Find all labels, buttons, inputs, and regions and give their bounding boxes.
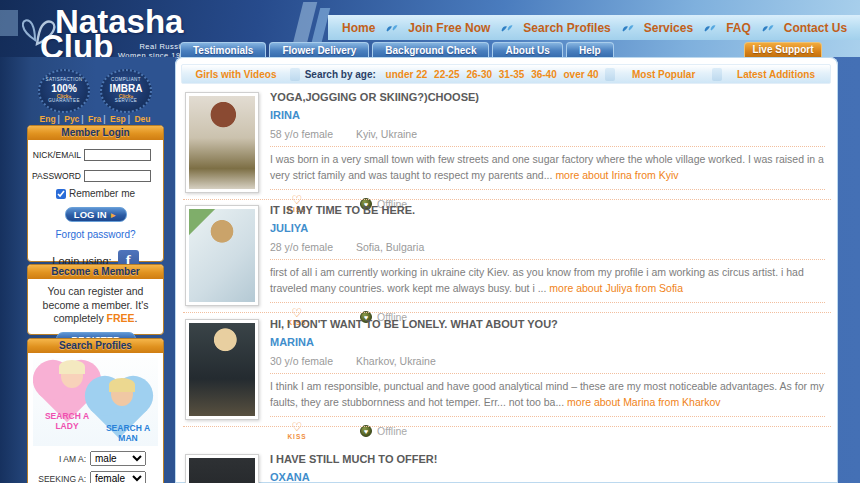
become-member-title: Become a Member xyxy=(28,265,163,279)
secondary-tab[interactable]: Background Check xyxy=(372,42,489,57)
kiss-button[interactable]: ♡ KISS xyxy=(282,421,312,441)
language-item: Рус| xyxy=(64,114,85,124)
dotted-divider xyxy=(270,373,825,374)
more-about-link[interactable]: more about Marina from Kharkov xyxy=(567,396,720,408)
profile-name-link[interactable]: JULIYA xyxy=(270,222,308,234)
secondary-tab[interactable]: Help xyxy=(566,42,614,57)
language-link[interactable]: Рус xyxy=(64,114,79,124)
profile-location: Kyiv, Ukraine xyxy=(356,128,417,140)
password-field[interactable] xyxy=(84,170,151,182)
arrow-icon: ► xyxy=(109,211,117,220)
profile-headline: YOGA,JOGGING OR SKIING?)CHOOSE) xyxy=(270,90,825,103)
dotted-divider xyxy=(270,416,825,417)
profile-status-row: ♡ KISS ♥ Offline xyxy=(270,421,825,440)
dotted-divider xyxy=(270,259,825,260)
profile-description-text: I think I am responsible, punctual and h… xyxy=(270,380,824,408)
search-a-lady-link[interactable]: SEARCH A LADY xyxy=(41,412,93,432)
badge-bottom-text: GUARANTEE xyxy=(48,99,80,104)
seal-badge[interactable]: COMPLIANT IMBRA Click» SERVICE xyxy=(100,69,152,113)
login-button[interactable]: LOG IN ► xyxy=(65,207,127,222)
profile-photo[interactable] xyxy=(185,205,259,306)
profile-photo[interactable] xyxy=(185,319,259,420)
dove-icon xyxy=(500,19,513,37)
top-nav-item: Services xyxy=(644,19,726,37)
secondary-tab[interactable]: Flower Delivery xyxy=(269,42,369,57)
profile-description: I think I am responsible, punctual and h… xyxy=(270,379,825,410)
language-link[interactable]: Eng xyxy=(40,114,56,124)
secondary-tab[interactable]: About Us xyxy=(492,42,562,57)
language-link[interactable]: Deu xyxy=(134,114,150,124)
top-nav-item: FAQ xyxy=(726,19,784,37)
top-nav-item: Contact Us xyxy=(784,21,847,35)
profile-age: 28 y/o female xyxy=(270,241,333,253)
top-nav-item: Home xyxy=(342,19,408,37)
profile-description: I was born in a very small town with few… xyxy=(270,152,825,183)
search-profiles-box: Search Profiles SEARCH A LADY SEARCH A M… xyxy=(27,338,164,483)
top-nav-link[interactable]: Home xyxy=(342,21,375,35)
remember-me-label: Remember me xyxy=(69,188,135,199)
profile-age: 58 y/o female xyxy=(270,128,333,140)
profile-photo-image xyxy=(189,209,255,302)
top-nav-link[interactable]: Search Profiles xyxy=(523,21,610,35)
member-login-title: Member Login xyxy=(28,126,163,140)
profile-card: IT IS MY TIME TO BE HERE. JULIYA 28 y/o … xyxy=(183,203,831,316)
more-about-link[interactable]: more about Irina from Kyiv xyxy=(555,169,678,181)
become-member-box: Become a Member You can register and bec… xyxy=(27,264,164,335)
lady-cartoon xyxy=(61,364,83,388)
profile-name-link[interactable]: MARINA xyxy=(270,336,314,348)
profile-meta: 30 y/o female Kharkov, Ukraine xyxy=(270,355,825,367)
profile-card: HI, I DON'T WANT TO BE LONELY. WHAT ABOU… xyxy=(183,317,831,430)
top-nav: Home Join Free Now Search Profiles Servi… xyxy=(328,15,860,40)
dotted-divider xyxy=(270,146,825,147)
profile-location: Sofia, Bulgaria xyxy=(356,241,424,253)
profile-photo-image xyxy=(189,323,255,416)
remember-me-checkbox[interactable] xyxy=(56,189,66,199)
forgot-password-link[interactable]: Forgot password? xyxy=(28,229,163,240)
secondary-tab[interactable]: Testimonials xyxy=(180,42,266,57)
dotted-divider xyxy=(270,302,825,303)
top-nav-link[interactable]: Contact Us xyxy=(784,21,847,35)
profile-name-link[interactable]: IRINA xyxy=(270,109,300,121)
language-link[interactable]: Esp xyxy=(110,114,126,124)
language-separator: | xyxy=(103,114,105,124)
badge-bottom-text: SERVICE xyxy=(115,99,137,104)
more-about-link[interactable]: more about Juliya from Sofia xyxy=(549,282,683,294)
row-separator xyxy=(183,312,831,313)
secondary-tabs: Testimonials Flower Delivery Background … xyxy=(180,42,614,57)
profile-photo-image xyxy=(189,458,255,483)
search-profiles-title: Search Profiles xyxy=(28,339,163,353)
profile-headline: HI, I DON'T WANT TO BE LONELY. WHAT ABOU… xyxy=(270,317,825,330)
seal-badge[interactable]: SATISFACTION 100% Click» GUARANTEE xyxy=(38,69,90,113)
dove-icon xyxy=(761,19,774,37)
member-login-box: Member Login NICK/EMAIL PASSWORD Remembe… xyxy=(27,125,164,262)
header-decoration xyxy=(0,10,18,36)
profile-card: YOGA,JOGGING OR SKIING?)CHOOSE) IRINA 58… xyxy=(183,90,831,203)
profile-location: Kharkov, Ukraine xyxy=(356,355,436,367)
language-link[interactable]: Fra xyxy=(88,114,101,124)
language-separator: | xyxy=(81,114,83,124)
kiss-label: KISS xyxy=(282,434,312,441)
dove-icon xyxy=(703,19,716,37)
i-am-a-select[interactable]: male xyxy=(90,451,146,466)
profile-name-link[interactable]: OXANA xyxy=(270,471,310,483)
profile-card: I HAVE STILL MUCH TO OFFER! OXANA ♡ ♥ xyxy=(183,452,831,483)
profile-photo-image xyxy=(189,96,255,189)
main-panel: Girls with Videos Search by age: under 2… xyxy=(175,57,838,483)
language-item: Fra| xyxy=(88,114,108,124)
row-separator xyxy=(183,199,831,200)
live-support-button[interactable]: Live Support xyxy=(744,42,822,57)
trust-badges: SATISFACTION 100% Click» GUARANTEE COMPL… xyxy=(28,69,162,113)
language-item: Eng| xyxy=(40,114,62,124)
top-nav-link[interactable]: FAQ xyxy=(726,21,751,35)
profile-meta: 58 y/o female Kyiv, Ukraine xyxy=(270,128,825,140)
profile-photo[interactable] xyxy=(185,92,259,193)
profile-meta: 28 y/o female Sofia, Bulgaria xyxy=(270,241,825,253)
seeking-a-select[interactable]: female xyxy=(90,471,146,483)
search-a-man-link[interactable]: SEARCH A MAN xyxy=(102,424,154,444)
free-highlight: FREE xyxy=(107,312,135,324)
top-nav-item: Search Profiles xyxy=(523,19,643,37)
nick-email-field[interactable] xyxy=(84,149,151,161)
top-nav-link[interactable]: Services xyxy=(644,21,693,35)
profile-photo[interactable] xyxy=(185,454,259,483)
top-nav-link[interactable]: Join Free Now xyxy=(408,21,490,35)
